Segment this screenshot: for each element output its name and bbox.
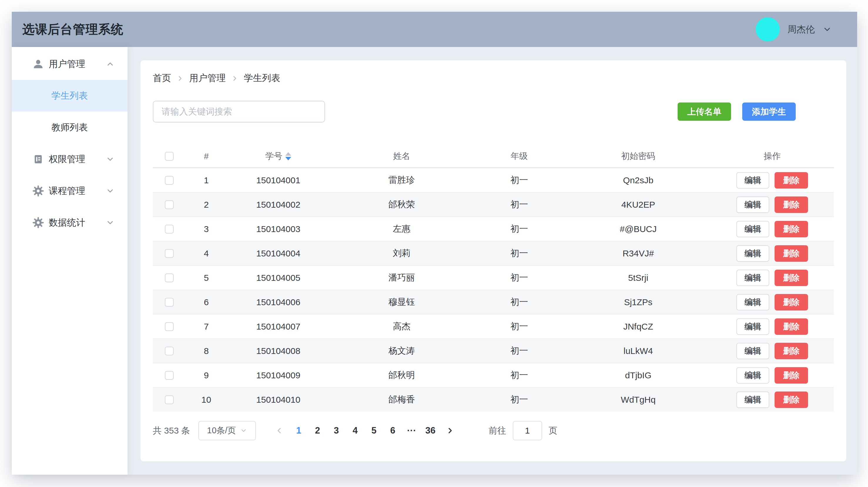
edit-button[interactable]: 编辑: [736, 221, 769, 237]
chevron-right-icon: [231, 75, 239, 82]
column-header-student-id[interactable]: 学号: [227, 151, 330, 162]
prev-page-button[interactable]: [269, 426, 289, 435]
delete-button[interactable]: 删除: [775, 367, 808, 384]
add-student-button[interactable]: 添加学生: [742, 102, 796, 121]
grade-cell: 初一: [474, 296, 565, 308]
user-menu[interactable]: 周杰伦: [756, 17, 832, 41]
delete-button[interactable]: 删除: [775, 343, 808, 359]
row-checkbox[interactable]: [165, 200, 174, 209]
sidebar-item-user-management[interactable]: 用户管理: [12, 48, 127, 80]
edit-button[interactable]: 编辑: [736, 392, 769, 408]
row-checkbox[interactable]: [165, 176, 174, 185]
delete-button[interactable]: 删除: [775, 172, 808, 189]
sidebar-item-data-statistics[interactable]: 数据统计: [12, 207, 127, 238]
delete-button[interactable]: 删除: [775, 245, 808, 262]
edit-button[interactable]: 编辑: [736, 367, 769, 384]
sidebar-item-label: 数据统计: [49, 217, 85, 229]
index-cell: 8: [186, 346, 227, 356]
edit-button[interactable]: 编辑: [736, 318, 769, 335]
select-all-checkbox[interactable]: [165, 152, 174, 161]
row-checkbox[interactable]: [165, 225, 174, 233]
chevron-down-icon: [106, 187, 115, 195]
name-cell: 邰梅香: [330, 394, 474, 405]
sort-icon[interactable]: [285, 152, 291, 160]
name-cell: 高杰: [330, 320, 474, 332]
table-row: 10 150104010 邰梅香 初一 WdTgHq 编辑 删除: [153, 387, 834, 412]
column-header-name: 姓名: [330, 151, 474, 162]
delete-button[interactable]: 删除: [775, 196, 808, 213]
goto-label: 前往: [489, 425, 506, 437]
row-checkbox[interactable]: [165, 249, 174, 258]
row-checkbox[interactable]: [165, 273, 174, 282]
student-id-cell: 150104008: [227, 346, 330, 356]
edit-button[interactable]: 编辑: [736, 172, 769, 189]
column-header-grade: 年级: [474, 151, 565, 162]
password-cell: R34VJ#: [565, 249, 712, 258]
student-id-cell: 150104004: [227, 249, 330, 258]
password-cell: Qn2sJb: [565, 175, 712, 185]
sort-desc-icon[interactable]: [285, 157, 291, 160]
edit-button[interactable]: 编辑: [736, 343, 769, 359]
row-checkbox[interactable]: [165, 395, 174, 404]
name-cell: 左惠: [330, 223, 474, 235]
grade-cell: 初一: [474, 199, 565, 210]
row-checkbox[interactable]: [165, 371, 174, 380]
sidebar-item-student-list[interactable]: 学生列表: [12, 80, 127, 111]
password-cell: JNfqCZ: [565, 322, 712, 332]
page-number[interactable]: 3: [327, 425, 346, 436]
page-number[interactable]: 5: [365, 425, 383, 436]
password-cell: luLkW4: [565, 346, 712, 356]
edit-button[interactable]: 编辑: [736, 270, 769, 286]
upload-list-button[interactable]: 上传名单: [678, 102, 731, 121]
password-cell: Sj1ZPs: [565, 297, 712, 307]
page-number-list: 1 2 3 4 5 6 ··· 36: [289, 425, 440, 436]
delete-button[interactable]: 删除: [775, 221, 808, 237]
row-checkbox[interactable]: [165, 322, 174, 331]
breadcrumb-item-user-management[interactable]: 用户管理: [189, 72, 226, 84]
index-cell: 4: [186, 249, 227, 258]
more-pages-button[interactable]: ···: [402, 425, 421, 436]
page-number[interactable]: 36: [421, 425, 440, 436]
sidebar-item-label: 权限管理: [49, 153, 85, 165]
grade-cell: 初一: [474, 272, 565, 284]
search-input[interactable]: [153, 101, 325, 123]
sidebar-item-label: 学生列表: [52, 90, 88, 102]
edit-button[interactable]: 编辑: [736, 245, 769, 262]
delete-button[interactable]: 删除: [775, 318, 808, 335]
name-cell: 潘巧丽: [330, 272, 474, 284]
password-cell: dTjbIG: [565, 370, 712, 380]
chevron-down-icon: [106, 155, 115, 164]
breadcrumb-item-home[interactable]: 首页: [153, 72, 171, 84]
password-cell: 4KU2EP: [565, 200, 712, 210]
avatar[interactable]: [756, 17, 780, 41]
page-size-select[interactable]: 10条/页: [198, 421, 256, 440]
user-icon: [32, 59, 44, 70]
goto-page-input[interactable]: [513, 421, 542, 440]
row-checkbox[interactable]: [165, 298, 174, 307]
page-number[interactable]: 2: [308, 425, 327, 436]
sort-asc-icon[interactable]: [285, 152, 291, 156]
delete-button[interactable]: 删除: [775, 294, 808, 311]
sidebar-item-teacher-list[interactable]: 教师列表: [12, 111, 127, 143]
page-number[interactable]: 6: [383, 425, 402, 436]
delete-button[interactable]: 删除: [775, 270, 808, 286]
page-number[interactable]: 1: [289, 425, 308, 436]
delete-button[interactable]: 删除: [775, 392, 808, 408]
index-cell: 5: [186, 273, 227, 283]
page-number[interactable]: 4: [346, 425, 365, 436]
grade-cell: 初一: [474, 223, 565, 235]
breadcrumb-item-student-list: 学生列表: [244, 72, 280, 84]
app-title: 选课后台管理系统: [22, 21, 123, 38]
chevron-down-icon: [240, 427, 247, 434]
grade-cell: 初一: [474, 247, 565, 259]
name-cell: 杨文涛: [330, 345, 474, 357]
index-cell: 1: [186, 175, 227, 185]
row-checkbox[interactable]: [165, 347, 174, 355]
edit-button[interactable]: 编辑: [736, 294, 769, 311]
content-panel: 首页 用户管理 学生列表 上传名单 添加学生: [141, 60, 846, 461]
sidebar-item-course-management[interactable]: 课程管理: [12, 175, 127, 207]
next-page-button[interactable]: [440, 426, 460, 435]
edit-button[interactable]: 编辑: [736, 196, 769, 213]
grade-cell: 初一: [474, 174, 565, 186]
sidebar-item-permission-management[interactable]: 权限管理: [12, 143, 127, 175]
